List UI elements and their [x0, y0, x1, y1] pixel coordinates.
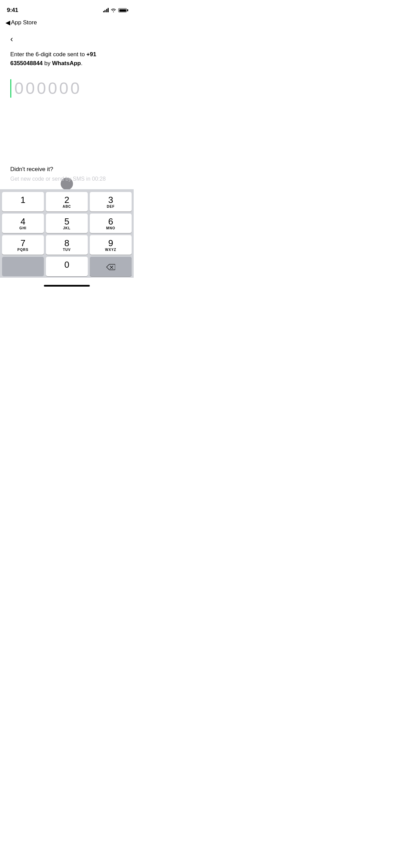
key-delete[interactable]	[90, 257, 132, 276]
keyboard-row-2: 4 GHI 5 JKL 6 MNO	[1, 214, 133, 233]
back-label: App Store	[11, 19, 37, 26]
key-1[interactable]: 1	[2, 192, 44, 212]
key-7-letters: PQRS	[17, 248, 28, 252]
instruction-prefix: Enter the 6-digit code sent to	[10, 51, 86, 58]
key-3-letters: DEF	[107, 205, 115, 209]
key-3[interactable]: 3 DEF	[90, 192, 132, 212]
key-0-number: 0	[64, 260, 69, 269]
resend-title: Didn't receive it?	[10, 166, 123, 173]
key-1-number: 1	[21, 195, 25, 204]
back-button[interactable]: ‹	[10, 35, 13, 43]
get-new-code-link[interactable]: Get new code	[10, 176, 44, 182]
key-5-letters: JKL	[63, 226, 71, 230]
key-6[interactable]: 6 MNO	[90, 214, 132, 233]
key-4[interactable]: 4 GHI	[2, 214, 44, 233]
key-2-letters: ABC	[63, 205, 71, 209]
code-input-container[interactable]: 000000	[10, 79, 123, 98]
key-4-number: 4	[21, 217, 25, 226]
key-7-number: 7	[21, 239, 25, 248]
wifi-icon	[111, 8, 116, 12]
key-5[interactable]: 5 JKL	[46, 214, 88, 233]
key-1-letters	[22, 205, 24, 209]
key-6-number: 6	[108, 217, 113, 226]
status-time: 9:41	[7, 7, 18, 14]
key-empty	[2, 257, 44, 276]
resend-timer: in 00:28	[85, 176, 106, 182]
app-name: WhatsApp	[52, 60, 81, 67]
resend-section: Didn't receive it? Get new code or send …	[10, 166, 123, 183]
code-placeholder: 000000	[10, 79, 123, 98]
signal-icon	[103, 8, 109, 12]
key-4-letters: GHI	[20, 226, 27, 230]
nav-bar: ◀ App Store	[0, 17, 134, 29]
resend-or-text: or	[44, 176, 52, 182]
instruction-suffix: .	[81, 60, 83, 67]
key-8-letters: TUV	[63, 248, 71, 252]
resend-options: Get new code or send by SMS in 00:28	[10, 175, 123, 183]
instruction-middle: by	[43, 60, 52, 67]
key-2-number: 2	[64, 195, 69, 204]
key-3-number: 3	[108, 195, 113, 204]
status-icons	[103, 8, 127, 12]
keyboard-row-3: 7 PQRS 8 TUV 9 WXYZ	[1, 235, 133, 255]
back-arrow-icon: ◀	[5, 20, 10, 26]
instruction-text: Enter the 6-digit code sent to +91 63550…	[10, 50, 123, 68]
keyboard: 1 2 ABC 3 DEF 4 GHI 5 JKL 6 MNO 7 PQRS	[0, 189, 134, 278]
key-8[interactable]: 8 TUV	[46, 235, 88, 255]
key-6-letters: MNO	[106, 226, 115, 230]
main-content: ‹ Enter the 6-digit code sent to +91 635…	[0, 29, 134, 98]
keyboard-row-1: 1 2 ABC 3 DEF	[1, 192, 133, 212]
key-9[interactable]: 9 WXYZ	[90, 235, 132, 255]
key-0-letters	[66, 269, 68, 274]
key-2[interactable]: 2 ABC	[46, 192, 88, 212]
key-9-letters: WXYZ	[105, 248, 117, 252]
send-by-sms-link[interactable]: send by SMS	[52, 176, 85, 182]
home-indicator	[44, 285, 90, 287]
delete-icon	[106, 264, 115, 270]
battery-icon	[118, 8, 127, 12]
status-bar: 9:41	[0, 0, 134, 17]
keyboard-row-4: 0	[1, 257, 133, 276]
key-7[interactable]: 7 PQRS	[2, 235, 44, 255]
cursor-line	[10, 79, 11, 98]
key-5-number: 5	[64, 217, 69, 226]
key-9-number: 9	[108, 239, 113, 248]
key-0[interactable]: 0	[46, 257, 88, 276]
app-store-back-button[interactable]: ◀ App Store	[5, 19, 37, 26]
key-8-number: 8	[64, 239, 69, 248]
